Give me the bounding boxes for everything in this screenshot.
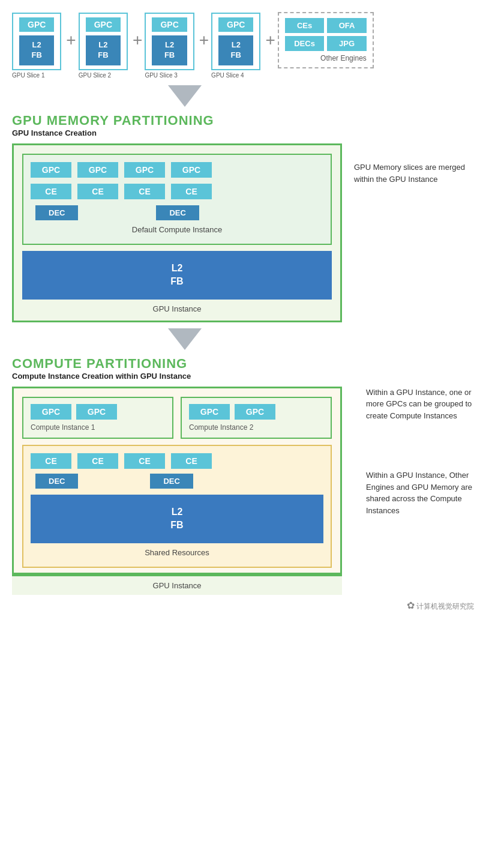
slice-label-1: GPU Slice 1 (12, 72, 44, 79)
compute-top-row: GPC GPC Compute Instance 1 GPC GPC Compu… (22, 397, 332, 439)
ci1-gpc-2: GPC (76, 404, 117, 420)
dec-row-compute: DEC DEC (35, 474, 323, 489)
gpc-3: GPC (124, 162, 165, 178)
ci1-label: Compute Instance 1 (31, 423, 165, 432)
arrow-2 (90, 328, 480, 350)
ce-c4: CE (171, 453, 212, 469)
gpc-block-s1: GPC (19, 17, 54, 32)
section2-subtitle: Compute Instance Creation within GPU Ins… (12, 372, 480, 381)
gpc-block-s2: GPC (86, 17, 121, 32)
other-engines-section: CEs OFA DECs JPG Other Engines (278, 12, 374, 79)
section1-title: GPU MEMORY PARTITIONING (12, 113, 480, 128)
ci2-label: Compute Instance 2 (189, 423, 323, 432)
section2-header: COMPUTE PARTITIONING Compute Instance Cr… (12, 356, 480, 381)
gpu-slice-4: GPC L2FB GPU Slice 4 (211, 13, 260, 79)
ofa-block: OFA (327, 18, 367, 33)
compute-instance-2-box: GPC GPC Compute Instance 2 (181, 397, 332, 439)
gpu-memory-side-note: GPU Memory slices are merged within the … (354, 143, 471, 185)
dec-row-1: DEC DEC (35, 205, 323, 220)
ci1-gpc-row: GPC GPC (31, 404, 165, 420)
ce-3: CE (124, 184, 165, 199)
l2fb-big-block: L2FB (22, 251, 332, 300)
slice-label-3: GPU Slice 3 (145, 72, 177, 79)
slice-label-2: GPU Slice 2 (79, 72, 111, 79)
l2fb-block-s4: L2FB (218, 35, 253, 65)
ce-row-1: CE CE CE CE (31, 184, 323, 199)
gpc-1: GPC (31, 162, 71, 178)
ce-1: CE (31, 184, 71, 199)
top-gpu-slices-row: GPC L2FB GPU Slice 1 + GPC L2FB GPU Slic… (12, 12, 480, 79)
dec-c2: DEC (150, 474, 193, 489)
engines-grid: CEs OFA DECs JPG (285, 18, 367, 51)
l2fb-block-s1: L2FB (19, 35, 54, 65)
ce-c1: CE (31, 453, 71, 469)
ce-c3: CE (124, 453, 165, 469)
dec-c1: DEC (35, 474, 78, 489)
l2fb-block-s2: L2FB (86, 35, 121, 65)
l2fb-compute: L2FB (31, 495, 323, 543)
slice-label-4: GPU Slice 4 (211, 72, 244, 79)
gpu-slice-2: GPC L2FB GPU Slice 2 (79, 13, 128, 79)
compute-outer-box: GPC GPC Compute Instance 1 GPC GPC Compu… (12, 387, 342, 574)
compute-side-note-1: Within a GPU Instance, one or more GPCs … (366, 387, 480, 422)
section2-title: COMPUTE PARTITIONING (12, 356, 480, 372)
section1-subtitle: GPU Instance Creation (12, 128, 480, 137)
gpu-instance-bottom-label: GPU Instance (12, 574, 342, 595)
ce-4: CE (171, 184, 212, 199)
gpu-instance-outer-box: GPC GPC GPC GPC CE CE CE CE DEC (12, 143, 342, 322)
ci2-gpc-row: GPC GPC (189, 404, 323, 420)
compute-side-note-2: Within a GPU Instance, Other Engines and… (366, 469, 480, 516)
section1-header: GPU MEMORY PARTITIONING GPU Instance Cre… (12, 113, 480, 137)
plus-3: + (199, 31, 209, 50)
dec-1: DEC (35, 205, 78, 220)
gpc-row-1: GPC GPC GPC GPC (31, 162, 323, 178)
gpc-4: GPC (171, 162, 212, 178)
decs-block: DECs (285, 36, 325, 51)
ci1-gpc-1: GPC (31, 404, 71, 420)
ce-2: CE (77, 184, 118, 199)
compute-side-notes: Within a GPU Instance, one or more GPCs … (354, 387, 480, 517)
ci2-gpc-1: GPC (189, 404, 230, 420)
shared-resources-label: Shared Resources (31, 548, 323, 559)
ci2-gpc-2: GPC (235, 404, 275, 420)
gpu-instance-section: GPC GPC GPC GPC CE CE CE CE DEC (12, 143, 480, 322)
ce-c2: CE (77, 453, 118, 469)
plus-2: + (133, 31, 142, 50)
plus-1: + (66, 31, 76, 50)
plus-4: + (265, 31, 275, 50)
arrow-1 (90, 85, 480, 107)
compute-partition-section: GPC GPC Compute Instance 1 GPC GPC Compu… (12, 387, 480, 595)
gpc-block-s3: GPC (152, 17, 187, 32)
compute-instance-1-box: GPC GPC Compute Instance 1 (22, 397, 173, 439)
gpu-instance-label: GPU Instance (22, 300, 332, 316)
l2fb-block-s3: L2FB (152, 35, 187, 65)
dec-2: DEC (156, 205, 199, 220)
default-ci-label: Default Compute Instance (31, 225, 323, 237)
gpc-2: GPC (77, 162, 118, 178)
ce-row-compute: CE CE CE CE (31, 453, 323, 469)
default-compute-instance: GPC GPC GPC GPC CE CE CE CE DEC (22, 154, 332, 245)
gpu-slice-1: GPC L2FB GPU Slice 1 (12, 13, 61, 79)
gpu-slice-3: GPC L2FB GPU Slice 3 (145, 13, 194, 79)
watermark: ✿ 计算机视觉研究院 (12, 600, 480, 612)
shared-resources-box: CE CE CE CE DEC DEC L2FB Shared Resource… (22, 445, 332, 568)
other-engines-label: Other Engines (285, 54, 367, 62)
jpg-block: JPG (327, 36, 367, 51)
ces-block: CEs (285, 18, 325, 33)
gpc-block-s4: GPC (218, 17, 253, 32)
